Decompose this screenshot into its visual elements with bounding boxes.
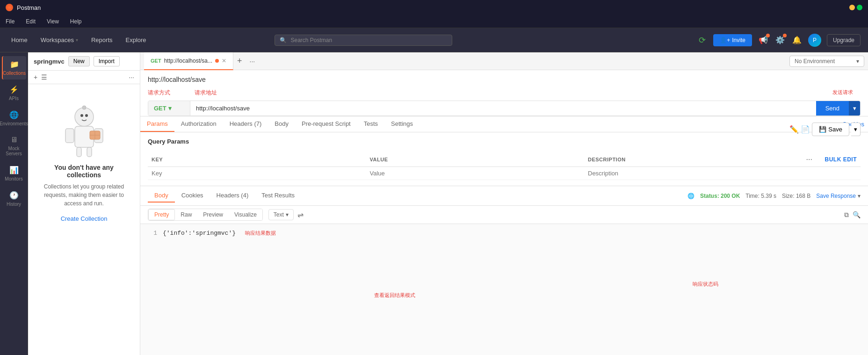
url-input[interactable] (190, 101, 816, 116)
save-dropdown-button[interactable]: ▾ (851, 123, 861, 136)
save-response-button[interactable]: Save Response (816, 193, 856, 199)
menu-file[interactable]: File (4, 17, 16, 26)
chevron-down-icon: ▾ (76, 37, 78, 43)
res-tab-test-results[interactable]: Test Results (255, 189, 301, 203)
svg-point-1 (80, 114, 83, 117)
search-bar[interactable]: 🔍 Search Postman (275, 35, 452, 46)
edit-button[interactable]: ✏️ (789, 125, 799, 134)
filter-button[interactable]: ☰ (41, 73, 47, 81)
notification-badge (766, 34, 770, 37)
desc-input[interactable] (588, 170, 799, 177)
svg-rect-7 (77, 147, 81, 157)
invite-button[interactable]: 👤+ Invite (713, 34, 752, 46)
bell-icon[interactable]: 🔔 (791, 35, 803, 46)
save-button[interactable]: 💾 Save (812, 123, 849, 136)
create-collection-link[interactable]: Create Collection (61, 215, 108, 222)
environment-selector[interactable]: No Environment ▾ (789, 56, 864, 67)
res-tab-headers[interactable]: Headers (4) (210, 189, 255, 203)
titlebar: Postman (0, 0, 868, 15)
empty-desc: Collections let you group related reques… (37, 182, 130, 208)
tab-authorization[interactable]: Authorization (174, 116, 223, 132)
response-status-bar: 🌐 Status: 200 OK Time: 5.39 s Size: 168 … (687, 193, 861, 199)
sidebar-item-environments[interactable]: 🌐 Environments (2, 107, 26, 130)
value-input[interactable] (370, 170, 581, 177)
panel-header: springmvc New Import (28, 52, 140, 71)
menu-help[interactable]: Help (68, 17, 84, 26)
empty-state-illustration (56, 103, 112, 164)
sidebar-item-apis[interactable]: ⚡ APIs (2, 81, 26, 105)
bulk-edit-button[interactable]: Bulk Edit (825, 156, 857, 163)
broadcast-icon[interactable]: 📢 (758, 35, 769, 46)
sidebar-item-collections[interactable]: 📁 Collections (2, 56, 26, 80)
settings-icon[interactable]: ⚙️ (774, 35, 786, 46)
upgrade-button[interactable]: Upgrade (827, 34, 861, 46)
key-input[interactable] (152, 170, 362, 177)
tab-headers[interactable]: Headers (7) (223, 116, 268, 132)
send-button[interactable]: Send (816, 101, 849, 116)
svg-rect-5 (65, 129, 74, 143)
new-button[interactable]: New (68, 56, 90, 66)
body-tab-pretty[interactable]: Pretty (148, 209, 175, 220)
collections-panel: springmvc New Import + ☰ ··· (28, 52, 140, 355)
search-in-response-button[interactable]: 🔍 (853, 211, 861, 219)
res-tab-body[interactable]: Body (148, 189, 175, 203)
sidebar: 📁 Collections ⚡ APIs 🌐 Environments 🖥 Mo… (0, 52, 28, 355)
collections-icon: 📁 (10, 60, 19, 69)
tab-body[interactable]: Body (268, 116, 295, 132)
body-tab-raw[interactable]: Raw (175, 209, 197, 220)
nav-home[interactable]: Home (7, 35, 31, 45)
nav-reports[interactable]: Reports (87, 35, 116, 45)
send-dropdown-button[interactable]: ▾ (849, 101, 860, 116)
wrap-text-button[interactable]: ⇌ (297, 210, 304, 219)
copy-button[interactable]: ⧉ (844, 211, 849, 219)
tab-params[interactable]: Params (140, 116, 174, 132)
code-area: 1 {'info':'springmvc'} 响应结果数据 (140, 224, 868, 355)
body-icons: ⧉ 🔍 (844, 211, 861, 219)
apis-icon: ⚡ (9, 85, 19, 94)
params-title: Query Params (148, 138, 189, 145)
avatar[interactable]: P (808, 34, 821, 47)
minimize-button[interactable] (849, 5, 855, 10)
save-response-chevron-icon: ▾ (858, 193, 861, 199)
more-options-button[interactable]: ··· (129, 73, 134, 81)
import-button[interactable]: Import (94, 56, 120, 66)
params-table: KEY VALUE DESCRIPTION ··· Bulk Edit (148, 152, 861, 180)
tab-tests[interactable]: Tests (357, 116, 384, 132)
menu-edit[interactable]: Edit (24, 17, 37, 26)
add-tab-button[interactable]: + (233, 56, 246, 66)
tabbar-more-button[interactable]: ··· (246, 58, 259, 65)
sidebar-item-monitors[interactable]: 📊 Monitors (2, 162, 26, 185)
request-url-display: http://localhost/save (148, 76, 206, 83)
sync-icon[interactable]: ⟳ (696, 35, 708, 46)
maximize-button[interactable] (857, 5, 862, 10)
tab-close-button[interactable]: ✕ (222, 58, 226, 64)
nav-workspaces[interactable]: Workspaces ▾ (37, 35, 82, 45)
body-tab-visualize[interactable]: Visualize (229, 209, 262, 220)
save-area: ✏️ 📄 💾 Save ▾ (789, 123, 861, 136)
tab-url: http://localhost/sa... (164, 58, 212, 64)
doc-button[interactable]: 📄 (801, 125, 810, 134)
text-type-selector[interactable]: Text ▾ (268, 209, 294, 220)
tab-settings[interactable]: Settings (384, 116, 420, 132)
body-tab-preview[interactable]: Preview (197, 209, 229, 220)
response-status-annotation: 响应状态码 (693, 281, 718, 288)
request-tab[interactable]: GET http://localhost/sa... ✕ (144, 52, 233, 70)
body-tab-group: Pretty Raw Preview Visualize (148, 209, 263, 221)
request-row: GET ▾ Send ▾ (148, 101, 861, 116)
nav-explore[interactable]: Explore (122, 35, 150, 45)
app-logo (6, 4, 13, 11)
add-collection-button[interactable]: + (34, 73, 37, 81)
sidebar-item-mock-servers[interactable]: 🖥 Mock Servers (2, 132, 26, 160)
tab-pre-request[interactable]: Pre-request Script (295, 116, 357, 132)
table-row (148, 167, 861, 180)
globe-icon: 🌐 (687, 193, 694, 199)
save-icon: 💾 (819, 126, 826, 133)
res-tab-cookies[interactable]: Cookies (175, 189, 210, 203)
svg-point-0 (75, 108, 94, 126)
method-select[interactable]: GET ▾ (148, 101, 190, 116)
sidebar-item-history[interactable]: 🕐 History (2, 187, 26, 210)
params-more-button[interactable]: ··· (806, 155, 812, 164)
save-response-container[interactable]: Save Response ▾ (816, 193, 861, 199)
menu-view[interactable]: View (45, 17, 61, 26)
invite-icon: 👤+ (720, 37, 730, 43)
